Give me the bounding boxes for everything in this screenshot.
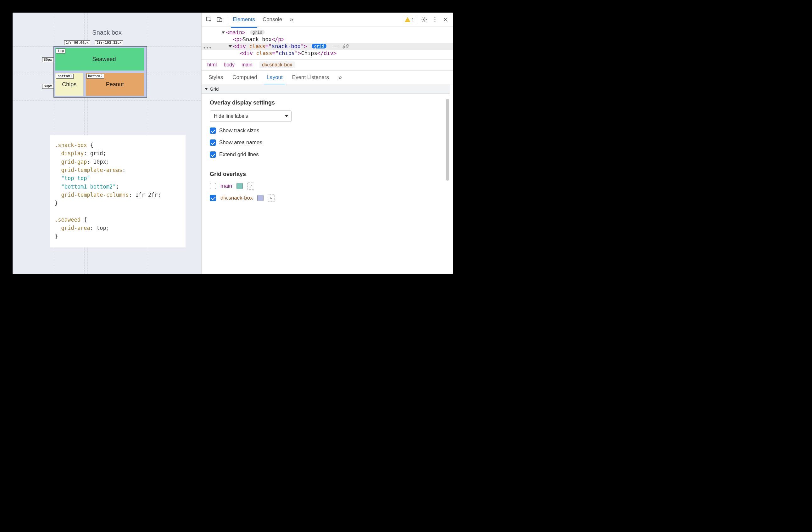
- overlay-row-snackbox: div.snack-box: [210, 195, 441, 201]
- section-title: Grid: [210, 86, 219, 92]
- overlay-name[interactable]: div.snack-box: [220, 195, 253, 201]
- dom-node-chips[interactable]: <div class="chips">Chips</div>: [202, 50, 453, 57]
- code-brace: {: [81, 216, 87, 223]
- dom-attr-value: chips: [279, 50, 295, 56]
- check-extend-grid-lines[interactable]: Extend grid lines: [210, 151, 441, 158]
- warning-count: 1: [412, 17, 414, 22]
- crumb-html[interactable]: html: [207, 62, 217, 68]
- code-selector: .snack-box: [55, 142, 87, 148]
- overlay-name[interactable]: main: [220, 183, 232, 189]
- line-labels-select[interactable]: Hide line labels: [210, 111, 291, 122]
- panel-scrollbar[interactable]: [446, 99, 449, 273]
- extended-grid-line: [13, 100, 201, 101]
- check-show-area-names[interactable]: Show area names: [210, 139, 441, 146]
- device-toggle-icon[interactable]: [215, 15, 224, 24]
- layout-section-grid[interactable]: Grid: [202, 84, 450, 94]
- checkbox-icon[interactable]: [210, 127, 216, 134]
- column-size-chip: 1fr·96.66px: [64, 40, 90, 45]
- subtabs-overflow-icon[interactable]: »: [335, 72, 346, 82]
- area-name-tag: bottom2: [86, 74, 104, 79]
- dom-attr: class: [256, 50, 272, 56]
- highlight-element-icon[interactable]: [268, 195, 275, 201]
- css-grid: top Seaweed bottom1 Chips bottom2 Peanut: [54, 46, 147, 97]
- css-code-block: .snack-box { display: grid; grid-gap: 10…: [50, 135, 186, 248]
- code-prop: display: [61, 150, 84, 156]
- rendered-page-pane: Snack box 1fr·96.66px 2fr·193.32px 80px …: [13, 13, 201, 274]
- grid-badge-active[interactable]: grid: [311, 44, 327, 48]
- dom-tag: main: [229, 29, 242, 36]
- kebab-menu-icon[interactable]: [430, 15, 440, 24]
- styles-subtabs: Styles Computed Layout Event Listeners »: [202, 71, 453, 84]
- devtools-toolbar: Elements Console » 1: [202, 13, 453, 26]
- warnings-badge[interactable]: 1: [405, 17, 414, 22]
- check-show-track-sizes[interactable]: Show track sizes: [210, 127, 441, 134]
- tab-elements[interactable]: Elements: [230, 15, 258, 24]
- code-val: 1fr 2fr: [135, 192, 158, 198]
- column-size-chip: 2fr·193.32px: [95, 40, 123, 45]
- color-swatch[interactable]: [257, 195, 263, 201]
- dom-node-p[interactable]: <p>Snack box</p>: [202, 36, 453, 43]
- grid-cell-peanut: bottom2 Peanut: [86, 73, 144, 96]
- page-title: Snack box: [13, 29, 201, 36]
- checkbox-icon[interactable]: [210, 139, 216, 146]
- dom-node-snackbox[interactable]: ••• <div class="snack-box"> grid == $0: [202, 43, 453, 50]
- code-sep: :: [129, 192, 135, 198]
- crumb-main[interactable]: main: [242, 62, 252, 68]
- expand-caret-icon[interactable]: [229, 45, 232, 47]
- layout-panel-scroll[interactable]: Grid Overlay display settings Hide line …: [202, 84, 453, 274]
- grid-cell-seaweed: top Seaweed: [55, 48, 144, 71]
- devtools-panel: Elements Console » 1 <main>: [201, 13, 453, 274]
- svg-point-3: [423, 18, 425, 20]
- subtab-layout[interactable]: Layout: [263, 73, 287, 82]
- layout-panel-body: Overlay display settings Hide line label…: [202, 94, 450, 207]
- scrollbar-thumb[interactable]: [446, 99, 449, 181]
- tabs-overflow-icon[interactable]: »: [287, 14, 296, 24]
- code-brace: }: [55, 200, 58, 206]
- row-size-chip: 80px: [42, 57, 54, 62]
- dom-attr: class: [249, 43, 265, 50]
- dollar-zero-hint: == $0: [332, 43, 348, 50]
- dom-breadcrumbs: html body main div.snack-box: [202, 59, 453, 71]
- grid-cell-chips: bottom1 Chips: [55, 73, 83, 96]
- svg-rect-2: [220, 18, 222, 22]
- code-sep: :: [87, 159, 93, 165]
- checkbox-icon[interactable]: [210, 183, 216, 189]
- crumb-snackbox[interactable]: div.snack-box: [259, 61, 295, 68]
- code-val: top: [97, 225, 106, 231]
- checkbox-icon[interactable]: [210, 195, 216, 201]
- dom-node-main[interactable]: <main> grid: [202, 29, 453, 36]
- code-val: grid: [90, 150, 103, 156]
- subtab-styles[interactable]: Styles: [205, 73, 227, 82]
- toolbar-divider: [417, 16, 417, 23]
- code-prop: grid-gap: [61, 159, 87, 165]
- cell-label: Chips: [62, 81, 76, 88]
- expand-caret-icon[interactable]: [222, 31, 225, 34]
- devtools-window: Snack box 1fr·96.66px 2fr·193.32px 80px …: [13, 13, 453, 274]
- code-end: ;: [158, 192, 161, 198]
- dom-attr-value: snack-box: [272, 43, 301, 50]
- code-end: ;: [106, 225, 110, 231]
- crumb-body[interactable]: body: [223, 62, 235, 68]
- code-val: 10px: [93, 159, 106, 165]
- code-brace: }: [55, 233, 58, 240]
- area-name-tag: bottom1: [56, 74, 74, 79]
- elements-dom-tree[interactable]: <main> grid <p>Snack box</p> ••• <div cl…: [202, 26, 453, 59]
- subtab-computed[interactable]: Computed: [229, 73, 261, 82]
- close-icon[interactable]: [441, 15, 450, 24]
- area-name-tag: top: [56, 48, 66, 54]
- svg-point-5: [435, 19, 436, 20]
- select-value: Hide line labels: [214, 113, 248, 119]
- warning-triangle-icon: [405, 17, 410, 22]
- grid-badge[interactable]: grid: [250, 30, 265, 34]
- code-prop: grid-area: [61, 225, 90, 231]
- inspect-icon[interactable]: [204, 15, 214, 24]
- highlight-element-icon[interactable]: [247, 183, 254, 190]
- gear-icon[interactable]: [420, 15, 429, 24]
- scrollbar-track: [446, 181, 449, 273]
- subtab-event-listeners[interactable]: Event Listeners: [288, 73, 333, 82]
- color-swatch[interactable]: [236, 183, 243, 189]
- svg-point-6: [435, 21, 436, 22]
- tab-console[interactable]: Console: [259, 15, 285, 24]
- check-label: Show area names: [219, 139, 262, 146]
- checkbox-icon[interactable]: [210, 151, 216, 158]
